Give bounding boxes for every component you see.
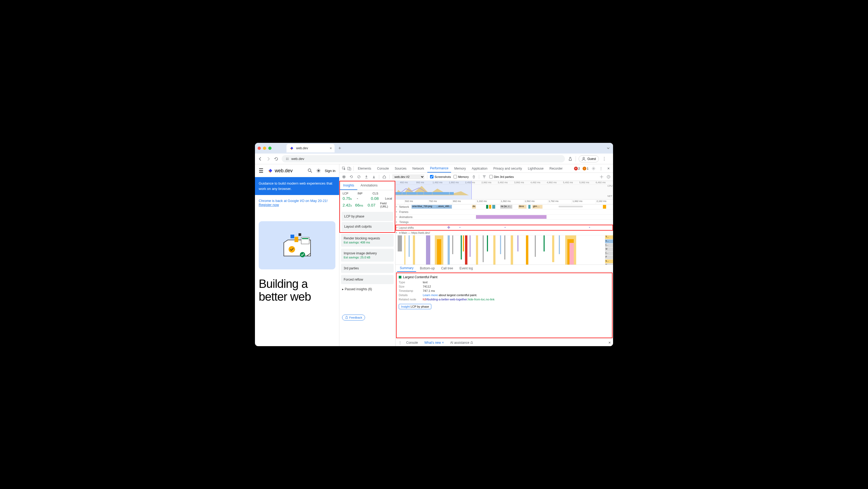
svg-point-20 [343,176,345,177]
home-icon[interactable] [382,174,387,179]
insight-chip-button[interactable]: Insight LCP by phase [399,304,431,309]
dim-3p-checkbox[interactable]: Dim 3rd parties [489,175,514,178]
insight-layout-culprits[interactable]: Layout shift culprits [342,222,393,231]
feedback-button[interactable]: Feedback [342,315,365,320]
hamburger-menu-icon[interactable]: ☰ [259,168,264,174]
browser-window: web.dev × + web.dev Guest ⋮ ☰ [255,143,613,346]
drawer-whatsnew-tab[interactable]: What's new × [422,339,446,346]
drawer-close-icon[interactable]: ✕ [608,341,611,345]
tab-console[interactable]: Console [374,164,392,173]
search-icon[interactable] [308,168,312,173]
filter-icon[interactable] [482,174,487,179]
summary-tab[interactable]: Summary [397,265,416,272]
timeline-overview[interactable]: 492 ms 992 ms 1,492 ms 1,992 ms 2,492 ms… [396,181,613,200]
svg-point-13 [289,246,295,253]
webdev-logo-icon [268,168,273,173]
browser-tab[interactable]: web.dev × [286,144,335,152]
svg-rect-2 [286,159,287,160]
download-icon[interactable] [371,174,376,179]
tab-performance[interactable]: Performance [427,164,451,173]
inspect-element-icon[interactable] [342,166,346,171]
passed-insights-toggle[interactable]: ▸ Passed insights (6) [339,285,395,293]
sign-in-link[interactable]: Sign in [325,169,335,173]
drawer-menu-icon[interactable]: ⋮ [398,340,402,345]
event-log-tab[interactable]: Event log [457,265,475,272]
flame-chart-area: 492 ms 992 ms 1,492 ms 1,992 ms 2,492 ms… [396,181,613,346]
insight-render-blocking[interactable]: Render blocking requests Est savings: 40… [341,234,394,247]
screenshots-checkbox[interactable]: Screenshots [430,175,451,178]
tab-lighthouse[interactable]: Lighthouse [525,164,546,173]
back-button[interactable] [258,156,263,162]
main-track[interactable]: ▾ Main — https://web.dev/ [396,231,613,235]
details-tabbar: Summary Bottom-up Call tree Event log [396,264,613,272]
drawer-ai-tab[interactable]: AI assistance [447,339,476,346]
url-input[interactable]: web.dev [282,155,565,162]
tab-elements[interactable]: Elements [355,164,374,173]
tab-sources[interactable]: Sources [392,164,409,173]
page-header: ☰ web.dev Sign in [255,164,339,177]
warning-count-badge[interactable]: !1 [583,167,588,170]
svg-rect-1 [287,158,289,159]
chrome-menu-icon[interactable]: ⋮ [601,156,607,162]
record-button-icon[interactable] [342,174,346,179]
capture-settings-icon[interactable] [599,174,604,179]
clear-icon[interactable] [356,174,361,179]
device-toolbar-icon[interactable] [347,166,352,171]
insights-tab[interactable]: Insights [340,181,357,190]
insight-image-delivery[interactable]: Improve image delivery Est savings: 25.0… [341,249,394,262]
minimize-window-button[interactable] [263,147,266,150]
help-icon[interactable]: ? [606,174,611,179]
insight-lcp-phase[interactable]: LCP by phase [342,212,393,221]
browser-addressbar: web.dev Guest ⋮ [255,153,613,164]
bottom-up-tab[interactable]: Bottom-up [417,265,437,272]
maximize-window-button[interactable] [268,147,272,150]
tab-memory[interactable]: Memory [452,164,468,173]
svg-text:?: ? [608,176,609,178]
svg-point-5 [308,169,311,171]
detail-ruler[interactable]: 592 ms 792 ms 992 ms 1,192 ms 1,392 ms 1… [396,200,613,204]
learn-more-link[interactable]: Learn more [423,293,438,297]
related-node-link[interactable]: h3#building-a-better-web-together.hide-f… [423,298,494,301]
forward-button[interactable] [266,156,271,162]
frames-track[interactable]: Frames [396,209,613,214]
tab-network[interactable]: Network [410,164,427,173]
tab-privacy[interactable]: Privacy and security [491,164,525,173]
reload-record-icon[interactable] [349,174,354,179]
layout-shifts-track[interactable]: Layout shifts [396,225,613,231]
tab-recorder[interactable]: Recorder [547,164,565,173]
site-settings-icon[interactable] [285,157,289,161]
svg-rect-9 [294,237,298,242]
insight-3rd-parties[interactable]: 3rd parties [341,264,394,273]
annotations-tab[interactable]: Annotations [357,181,380,190]
network-track[interactable]: Network ome-blue_720.png ...ature_480...… [396,204,613,209]
tab-application[interactable]: Application [469,164,490,173]
animations-track[interactable]: Animations [396,214,613,220]
insight-forced-reflow[interactable]: Forced reflow [341,275,394,284]
drawer-console-tab[interactable]: Console [404,339,421,346]
profile-button[interactable]: Guest [579,155,599,162]
register-now-link[interactable]: Register now [259,203,279,207]
gc-icon[interactable] [471,174,476,179]
upload-icon[interactable] [364,174,369,179]
flame-chart-tracks[interactable]: Network ome-blue_720.png ...ature_480...… [396,204,613,264]
timings-track[interactable]: Timings [396,220,613,225]
reload-button[interactable] [274,156,279,162]
flask-icon [470,341,473,344]
person-icon [582,157,586,161]
new-tab-button[interactable]: + [336,146,343,151]
close-tab-icon[interactable]: × [330,146,332,150]
svg-point-6 [317,170,320,172]
devtools-menu-icon[interactable]: ⋮ [599,166,603,171]
close-devtools-icon[interactable]: ✕ [606,166,611,171]
close-window-button[interactable] [258,147,261,150]
recording-select[interactable]: web.dev #2 [392,174,424,179]
error-count-badge[interactable]: ✕2 [574,167,580,170]
call-tree-tab[interactable]: Call tree [438,265,456,272]
theme-toggle-icon[interactable] [316,168,321,173]
webdev-logo[interactable]: web.dev [268,168,292,174]
page-headline: Building a better web [255,278,339,304]
tabs-dropdown-icon[interactable] [607,147,610,150]
labs-icon[interactable] [568,156,573,162]
settings-gear-icon[interactable] [591,166,596,171]
memory-checkbox[interactable]: Memory [454,175,469,178]
